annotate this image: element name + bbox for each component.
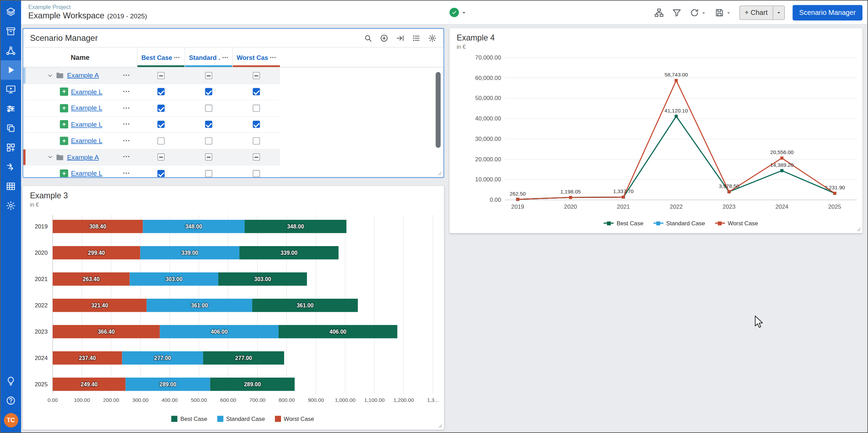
row-more-button[interactable]: ••• <box>123 89 130 94</box>
scenario-checkbox[interactable] <box>205 105 212 112</box>
help-icon <box>6 395 16 406</box>
row-link[interactable]: Example L <box>71 104 103 112</box>
legend-item[interactable]: Standard Case <box>217 415 265 422</box>
row-link[interactable]: Example A <box>67 72 99 79</box>
legend-item[interactable]: Worst Case <box>715 220 758 226</box>
sidebar-item-settings[interactable] <box>1 196 21 215</box>
sidebar-item-arrows[interactable] <box>1 157 21 177</box>
column-more-button[interactable]: ••• <box>270 55 276 60</box>
scenario-checkbox[interactable] <box>253 153 260 161</box>
row-more-button[interactable]: ••• <box>123 138 130 143</box>
add-circle-icon[interactable] <box>380 34 389 43</box>
svg-text:2024: 2024 <box>775 204 788 210</box>
scenario-checkbox[interactable] <box>205 170 212 177</box>
caret-down-icon[interactable] <box>773 6 784 19</box>
row-more-button[interactable]: ••• <box>123 106 130 110</box>
resize-handle-icon[interactable] <box>437 422 443 429</box>
row-link[interactable]: Example L <box>71 170 103 177</box>
svg-text:339.00: 339.00 <box>181 250 198 256</box>
sidebar-item-grid-plus[interactable] <box>1 138 21 157</box>
column-header-scenario[interactable]: Standard ...••• <box>185 48 233 67</box>
search-icon[interactable] <box>363 34 372 43</box>
legend-item[interactable]: Best Case <box>604 220 643 226</box>
caret-down-icon[interactable] <box>461 9 467 16</box>
sidebar-item-model[interactable] <box>1 41 21 60</box>
scenario-checkbox[interactable] <box>157 105 164 112</box>
scenario-checkbox[interactable] <box>157 137 164 144</box>
scenario-checkbox[interactable] <box>205 153 212 161</box>
row-more-button[interactable]: ••• <box>123 171 130 176</box>
sitemap-button[interactable] <box>654 8 664 18</box>
chevron-down-icon[interactable] <box>46 153 54 161</box>
column-header-scenario[interactable]: Best Case••• <box>137 48 185 67</box>
column-header-name[interactable]: Name <box>23 48 137 67</box>
resize-handle-icon[interactable] <box>855 226 861 232</box>
sidebar-item-lightbulb[interactable] <box>1 371 21 391</box>
chevron-down-icon[interactable] <box>46 72 54 79</box>
filter-button[interactable] <box>672 8 682 18</box>
collapse-right-icon[interactable] <box>396 34 405 43</box>
legend-item[interactable]: Standard Case <box>654 220 705 226</box>
scenario-checkbox[interactable] <box>157 170 164 177</box>
scenario-checkbox[interactable] <box>157 121 164 128</box>
legend-item[interactable]: Worst Case <box>275 415 314 422</box>
table-row[interactable]: +Example L••• <box>23 117 280 133</box>
archive-icon <box>6 26 16 36</box>
add-chart-button[interactable]: + Chart <box>739 6 785 20</box>
table-row[interactable]: Example A••• <box>23 67 280 84</box>
scenario-checkbox[interactable] <box>253 88 260 96</box>
row-more-button[interactable]: ••• <box>123 73 130 78</box>
scenario-checkbox[interactable] <box>205 137 212 144</box>
scenario-checkbox[interactable] <box>205 88 212 96</box>
save-button[interactable] <box>714 8 731 18</box>
row-accent <box>23 67 25 83</box>
gear-icon[interactable] <box>428 34 437 43</box>
row-more-button[interactable]: ••• <box>123 155 130 160</box>
resize-handle-icon[interactable] <box>436 170 442 176</box>
user-avatar[interactable]: TC <box>3 413 18 427</box>
sidebar-item-layers[interactable] <box>1 2 21 21</box>
scenario-manager-button[interactable]: Scenario Manager <box>792 5 862 20</box>
scenario-checkbox[interactable] <box>205 72 212 79</box>
project-name[interactable]: Example Project <box>28 3 147 10</box>
scenario-checkbox[interactable] <box>253 170 260 177</box>
scenario-checkbox[interactable] <box>157 72 164 79</box>
copy-icon <box>6 123 16 133</box>
table-row[interactable]: +Example L••• <box>23 100 280 117</box>
scenario-checkbox[interactable] <box>253 105 260 112</box>
table-row[interactable]: Example A••• <box>23 149 280 165</box>
scenario-checkbox[interactable] <box>253 72 260 79</box>
table-row[interactable]: +Example L••• <box>23 133 280 149</box>
name-cell: +Example L••• <box>23 84 137 100</box>
sidebar-item-sliders[interactable] <box>1 99 21 118</box>
table-row[interactable]: +Example L••• <box>23 84 280 100</box>
row-link[interactable]: Example L <box>71 88 103 96</box>
refresh-button[interactable] <box>689 8 707 18</box>
scrollbar[interactable] <box>436 72 440 148</box>
scenario-checkbox[interactable] <box>157 153 164 161</box>
table-icon <box>6 181 16 191</box>
scenario-checkbox[interactable] <box>205 121 212 128</box>
column-more-button[interactable]: ••• <box>174 55 180 60</box>
scenario-checkbox[interactable] <box>253 121 260 128</box>
sidebar-item-table[interactable] <box>1 177 21 196</box>
row-link[interactable]: Example L <box>71 137 103 145</box>
sidebar-item-presentation[interactable] <box>1 80 21 99</box>
column-more-button[interactable]: ••• <box>222 55 228 60</box>
scenario-checkbox[interactable] <box>157 88 164 96</box>
workspace-status[interactable] <box>449 8 467 17</box>
scenario-checkbox[interactable] <box>253 137 260 144</box>
rows-icon[interactable] <box>412 34 421 43</box>
row-more-button[interactable]: ••• <box>123 122 130 127</box>
column-header-scenario[interactable]: Worst Case••• <box>232 48 280 67</box>
sidebar-item-help[interactable] <box>1 391 21 410</box>
table-row[interactable]: +Example L••• <box>23 165 280 178</box>
row-link[interactable]: Example A <box>67 153 99 161</box>
checkbox-cell <box>137 170 185 177</box>
row-link[interactable]: Example L <box>71 120 103 128</box>
sidebar-item-play[interactable] <box>1 60 21 80</box>
sidebar-item-archive[interactable] <box>1 21 21 41</box>
legend-item[interactable]: Best Case <box>172 415 207 422</box>
sidebar-item-copy[interactable] <box>1 118 21 138</box>
presentation-icon <box>6 84 16 94</box>
